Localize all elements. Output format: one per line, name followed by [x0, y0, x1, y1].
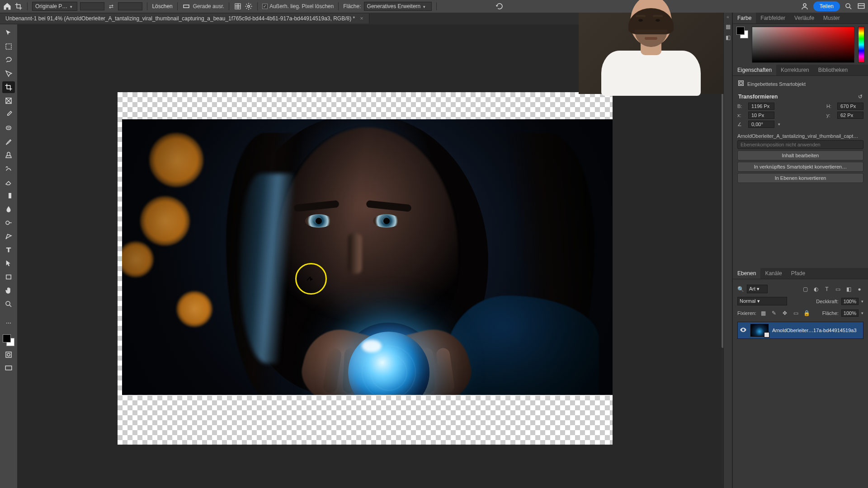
filter-image-icon[interactable]: ▢: [801, 285, 809, 293]
move-tool-icon[interactable]: [2, 27, 15, 39]
clear-button[interactable]: Löschen: [152, 3, 172, 9]
eyedropper-tool-icon[interactable]: [2, 108, 15, 120]
tab-bibliotheken[interactable]: Bibliotheken: [814, 65, 852, 75]
crop-tool-icon[interactable]: [2, 81, 15, 93]
search-icon[interactable]: 🔍: [737, 286, 744, 292]
home-icon[interactable]: [3, 2, 12, 11]
tab-farbe[interactable]: Farbe: [733, 13, 756, 23]
brush-tool-icon[interactable]: [2, 136, 15, 147]
color-swatch-pair[interactable]: [736, 27, 748, 38]
rectangle-tool-icon[interactable]: [2, 271, 15, 283]
saturation-value-field[interactable]: [752, 27, 854, 63]
filter-adjustment-icon[interactable]: ◐: [812, 285, 820, 293]
reset-transform-icon[interactable]: ↺: [858, 94, 863, 100]
path-selection-tool-icon[interactable]: [2, 258, 15, 269]
foreground-background-swatches[interactable]: [2, 333, 15, 347]
layer-name[interactable]: ArnoldOberleiter…17a-bd44914519a3: [772, 328, 861, 333]
layer-visibility-icon[interactable]: [740, 326, 747, 335]
delete-cropped-checkbox[interactable]: ✓ Außerh. lieg. Pixel löschen: [262, 3, 334, 9]
healing-brush-tool-icon[interactable]: [2, 122, 15, 134]
height-field[interactable]: [118, 2, 142, 10]
layer-row[interactable]: ArnoldOberleiter…17a-bd44914519a3: [737, 322, 863, 339]
pen-tool-icon[interactable]: [2, 230, 15, 242]
cloud-account-icon[interactable]: [801, 2, 809, 10]
lock-nested-icon[interactable]: ▭: [792, 309, 800, 317]
tab-ebenen[interactable]: Ebenen: [733, 268, 760, 279]
reset-crop-icon[interactable]: [495, 2, 504, 10]
overlay-grid-icon[interactable]: [234, 2, 242, 10]
filter-shape-icon[interactable]: ▭: [834, 285, 842, 293]
fill-opacity-value[interactable]: 100%: [841, 310, 859, 317]
swap-dimensions-icon[interactable]: ⇄: [107, 2, 115, 10]
edit-contents-button[interactable]: Inhalt bearbeiten: [737, 150, 863, 160]
marquee-tool-icon[interactable]: [2, 41, 15, 52]
opacity-value[interactable]: 100%: [841, 298, 859, 305]
search-icon[interactable]: [844, 2, 853, 10]
content-aware-fill-dropdown[interactable]: Generatives Erweitern: [364, 2, 432, 11]
tab-pfade[interactable]: Pfade: [787, 268, 810, 279]
blend-mode-dropdown[interactable]: Normal ▾: [737, 297, 787, 305]
share-button[interactable]: Teilen: [813, 1, 840, 11]
close-document-icon[interactable]: ×: [360, 15, 363, 22]
properties-panel-tabs: Eigenschaften Korrekturen Bibliotheken: [733, 65, 868, 76]
lock-pixels-icon[interactable]: ✎: [770, 309, 778, 317]
overlay-settings-icon[interactable]: [245, 2, 253, 10]
svg-point-14: [7, 353, 10, 356]
layers-panel: 🔍 Art ▾ ▢ ◐ T ▭ ◧ ● Normal ▾ Deckkraft: …: [733, 279, 868, 488]
lock-transparency-icon[interactable]: ▦: [759, 309, 767, 317]
tab-verlaeufe[interactable]: Verläufe: [790, 13, 819, 23]
collapsed-panel-icon[interactable]: ◧: [726, 34, 731, 41]
gradient-tool-icon[interactable]: [2, 190, 15, 202]
aspect-ratio-dropdown[interactable]: Originale P…: [32, 2, 77, 11]
document-tab[interactable]: Unbenannt-1 bei 91,4% (ArnoldOberleiter_…: [0, 14, 369, 23]
collapsed-panel-column[interactable]: « ▦ ◧: [723, 13, 732, 488]
tab-muster[interactable]: Muster: [819, 13, 844, 23]
clone-stamp-tool-icon[interactable]: [2, 149, 15, 161]
layer-filter-type[interactable]: Art ▾: [747, 285, 768, 293]
blur-tool-icon[interactable]: [2, 203, 15, 215]
svg-point-1: [248, 5, 250, 8]
hue-slider[interactable]: [858, 27, 864, 63]
width-value[interactable]: 1196 Px: [748, 103, 774, 110]
quick-selection-tool-icon[interactable]: [2, 68, 15, 80]
collapsed-panel-icon[interactable]: ▦: [726, 23, 731, 30]
tab-korrekturen[interactable]: Korrekturen: [776, 65, 814, 75]
lock-position-icon[interactable]: ✥: [781, 309, 789, 317]
screen-mode-icon[interactable]: [2, 362, 15, 374]
smart-object-image[interactable]: [122, 119, 613, 395]
lasso-tool-icon[interactable]: [2, 54, 15, 66]
dodge-tool-icon[interactable]: [2, 217, 15, 229]
quick-mask-icon[interactable]: [2, 349, 15, 361]
x-value[interactable]: 10 Px: [748, 112, 774, 119]
zoom-tool-icon[interactable]: [2, 298, 15, 310]
foreground-color-swatch[interactable]: [3, 334, 11, 343]
layer-thumbnail[interactable]: [750, 324, 769, 337]
properties-panel: Eingebettetes Smartobjekt Transformieren…: [733, 76, 868, 188]
svg-rect-5: [6, 44, 11, 49]
eraser-tool-icon[interactable]: [2, 176, 15, 188]
workspace-icon[interactable]: [857, 2, 865, 10]
convert-to-layers-button[interactable]: In Ebenen konvertieren: [737, 173, 863, 183]
svg-point-10: [6, 221, 9, 225]
layer-comp-dropdown[interactable]: Ebenenkomposition nicht anwenden: [737, 140, 863, 149]
hand-tool-icon[interactable]: [2, 285, 15, 296]
tab-farbfelder[interactable]: Farbfelder: [756, 13, 790, 23]
type-tool-icon[interactable]: [2, 244, 15, 256]
history-brush-tool-icon[interactable]: [2, 163, 15, 174]
tab-kanaele[interactable]: Kanäle: [760, 268, 786, 279]
artboard[interactable]: [118, 92, 613, 445]
y-value[interactable]: 62 Px: [837, 112, 863, 119]
crop-tool-icon[interactable]: [14, 2, 23, 10]
frame-tool-icon[interactable]: [2, 95, 15, 107]
height-value[interactable]: 670 Px: [837, 103, 863, 110]
straighten-icon[interactable]: [182, 2, 190, 10]
width-field[interactable]: [80, 2, 104, 10]
filter-smartobject-icon[interactable]: ◧: [844, 285, 853, 293]
angle-value[interactable]: 0,00°: [748, 121, 774, 128]
edit-toolbar-icon[interactable]: ⋯: [2, 317, 15, 329]
convert-to-linked-button[interactable]: In verknüpftes Smartobjekt konvertieren…: [737, 162, 863, 172]
tab-eigenschaften[interactable]: Eigenschaften: [733, 65, 776, 75]
filter-type-icon[interactable]: T: [823, 285, 831, 293]
lock-all-icon[interactable]: 🔒: [802, 309, 811, 317]
filter-toggle-icon[interactable]: ●: [855, 285, 863, 293]
